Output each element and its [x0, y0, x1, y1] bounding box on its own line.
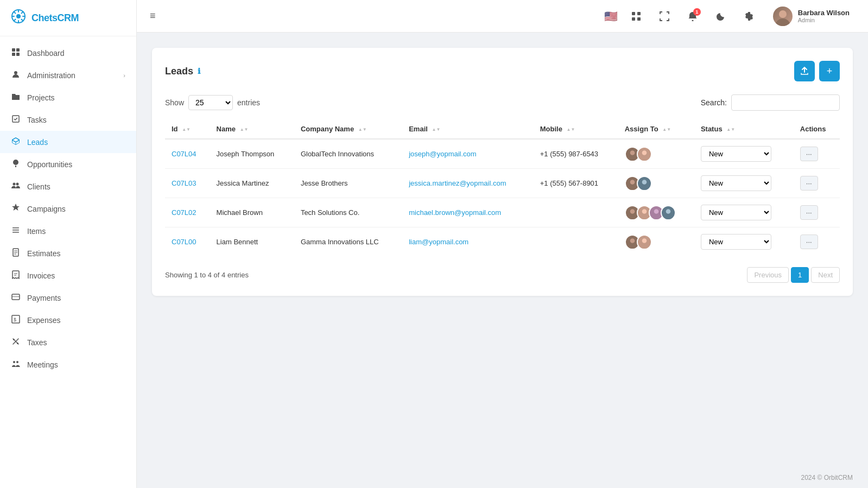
search-input[interactable]	[731, 94, 840, 111]
logo-text: ChetsCRM	[31, 12, 79, 24]
lead-company-cell: Gamma Innovations LLC	[294, 227, 402, 257]
previous-page-button[interactable]: Previous	[747, 267, 789, 283]
sidebar-item-leads[interactable]: Leads	[0, 131, 136, 153]
lead-email-link[interactable]: joseph@yopmail.com	[409, 150, 476, 158]
lead-email-link[interactable]: michael.brown@yopmail.com	[409, 208, 501, 217]
sidebar-item-items[interactable]: Items	[0, 220, 136, 242]
status-dropdown[interactable]: New Contacted Qualified Lost	[701, 175, 771, 191]
avatar	[637, 147, 652, 162]
col-status[interactable]: Status ▲▼	[694, 119, 794, 139]
svg-point-32	[692, 20, 693, 21]
sort-icons: ▲▼	[432, 128, 440, 132]
lead-mobile-cell	[534, 198, 618, 227]
lead-email-link[interactable]: jessica.martinez@yopmail.com	[409, 179, 506, 187]
status-dropdown[interactable]: New Contacted Qualified Lost	[701, 205, 771, 220]
sidebar-item-clients[interactable]: Clients	[0, 175, 136, 198]
svg-point-1	[16, 14, 21, 18]
col-company[interactable]: Company Name ▲▼	[294, 119, 402, 139]
sidebar-item-meetings[interactable]: Meetings	[0, 353, 136, 376]
opportunities-icon	[11, 159, 21, 169]
lead-name-cell: Jessica Martinez	[210, 169, 294, 198]
col-mobile[interactable]: Mobile ▲▼	[534, 119, 618, 139]
logo-area: ChetsCRM	[0, 0, 136, 36]
sidebar-item-campaigns[interactable]: Campaigns	[0, 198, 136, 220]
svg-rect-29	[637, 12, 641, 15]
sort-icons: ▲▼	[358, 128, 367, 132]
lead-id-link[interactable]: C07L03	[172, 179, 197, 187]
lead-actions-cell: ···	[794, 139, 840, 169]
svg-point-27	[16, 361, 18, 363]
sidebar-item-taxes[interactable]: Taxes	[0, 331, 136, 353]
pagination-info: Showing 1 to 4 of 4 entries	[165, 271, 249, 279]
user-role: Admin	[798, 17, 850, 23]
actions-menu-button[interactable]: ···	[800, 235, 818, 249]
lead-email-cell: michael.brown@yopmail.com	[402, 198, 534, 227]
clients-icon	[11, 181, 21, 192]
status-dropdown[interactable]: New Contacted Qualified Lost	[701, 234, 771, 250]
leads-table: Id ▲▼ Name ▲▼ Company Name ▲▼ Email	[165, 119, 840, 256]
sidebar-item-projects[interactable]: Projects	[0, 86, 136, 109]
svg-rect-2	[12, 48, 15, 52]
sidebar-item-label: Payments	[27, 294, 61, 302]
lead-id-link[interactable]: C07L04	[172, 150, 197, 158]
actions-menu-button[interactable]: ···	[800, 176, 818, 191]
table-row: C07L02 Michael Brown Tech Solutions Co. …	[165, 198, 840, 227]
lead-company-cell: Tech Solutions Co.	[294, 198, 402, 227]
dark-mode-button[interactable]	[711, 7, 731, 26]
lead-email-cell: jessica.martinez@yopmail.com	[402, 169, 534, 198]
svg-point-38	[630, 209, 635, 214]
sidebar-item-administration[interactable]: Administration ›	[0, 64, 136, 86]
sidebar-item-label: Projects	[27, 93, 55, 102]
col-name[interactable]: Name ▲▼	[210, 119, 294, 139]
next-page-button[interactable]: Next	[811, 267, 840, 283]
actions-menu-button[interactable]: ···	[800, 147, 818, 161]
lead-id-link[interactable]: C07L00	[172, 238, 197, 246]
svg-point-24	[13, 339, 15, 340]
hamburger-button[interactable]: ≡	[150, 10, 156, 22]
show-label: Show	[165, 98, 184, 107]
sidebar-item-label: Leads	[27, 138, 48, 147]
svg-point-33	[779, 10, 787, 18]
logo-icon	[11, 9, 26, 27]
sidebar-item-tasks[interactable]: Tasks	[0, 109, 136, 131]
lead-mobile-cell: +1 (555) 567-8901	[534, 169, 618, 198]
entries-per-page-select[interactable]: 10 25 50 100	[188, 95, 233, 110]
svg-rect-13	[12, 232, 19, 233]
card-header: Leads ℹ +	[165, 61, 840, 81]
expand-button[interactable]	[655, 7, 674, 26]
sidebar-item-dashboard[interactable]: Dashboard	[0, 42, 136, 64]
notifications-button[interactable]: 1	[683, 7, 702, 26]
table-controls: Show 10 25 50 100 entries Search:	[165, 94, 840, 111]
navigation: Dashboard Administration › Projects Task…	[0, 36, 136, 488]
actions-menu-button[interactable]: ···	[800, 205, 818, 220]
language-flag[interactable]: 🇺🇸	[604, 10, 618, 23]
col-assign[interactable]: Assign To ▲▼	[618, 119, 694, 139]
sidebar-item-estimates[interactable]: Estimates	[0, 242, 136, 264]
lead-actions-cell: ···	[794, 227, 840, 257]
sidebar-item-opportunities[interactable]: Opportunities	[0, 153, 136, 175]
upload-button[interactable]	[794, 61, 815, 81]
search-area: Search:	[701, 94, 840, 111]
col-id[interactable]: Id ▲▼	[165, 119, 210, 139]
svg-rect-28	[632, 12, 635, 15]
sidebar-item-invoices[interactable]: Invoices	[0, 264, 136, 287]
col-email[interactable]: Email ▲▼	[402, 119, 534, 139]
status-dropdown[interactable]: New Contacted Qualified Lost	[701, 146, 771, 162]
apps-grid-button[interactable]	[626, 7, 646, 26]
settings-button[interactable]	[739, 7, 759, 26]
sidebar-item-label: Campaigns	[27, 205, 66, 213]
svg-point-37	[642, 180, 647, 185]
info-icon[interactable]: ℹ	[198, 67, 200, 75]
lead-assign-cell	[618, 169, 694, 198]
sidebar-item-payments[interactable]: Payments	[0, 287, 136, 309]
sort-icons: ▲▼	[662, 128, 671, 132]
svg-point-25	[17, 343, 18, 344]
user-profile-button[interactable]: Barbara Wilson Admin	[768, 3, 855, 29]
lead-id-link[interactable]: C07L02	[172, 208, 197, 217]
sidebar: ChetsCRM Dashboard Administration › Proj…	[0, 0, 137, 488]
lead-email-link[interactable]: liam@yopmail.com	[409, 238, 468, 246]
meetings-icon	[11, 359, 21, 370]
page-1-button[interactable]: 1	[791, 267, 809, 283]
add-button[interactable]: +	[819, 61, 840, 81]
sidebar-item-expenses[interactable]: $ Expenses	[0, 309, 136, 331]
